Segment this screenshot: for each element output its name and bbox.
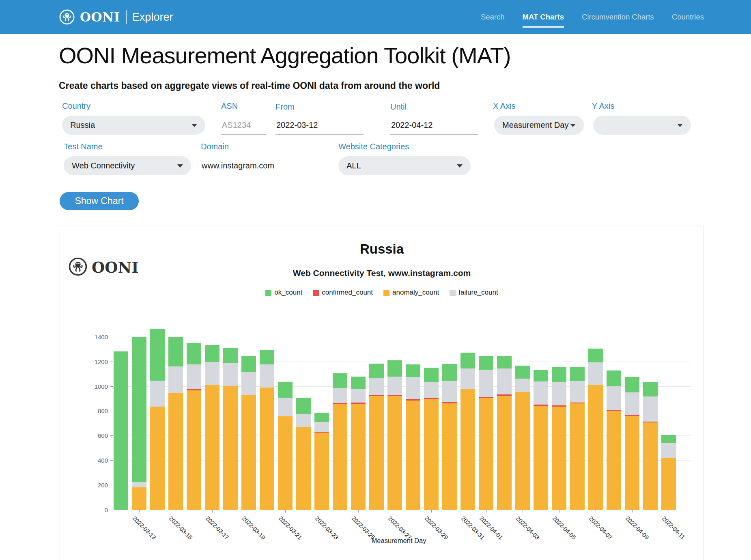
bar-segment-ok_count[interactable] [570, 367, 585, 381]
bar-segment-ok_count[interactable] [588, 349, 603, 362]
bar-segment-failure_count[interactable] [479, 370, 493, 396]
bar-2022-04-07[interactable] [588, 349, 603, 510]
bar-segment-ok_count[interactable] [625, 377, 639, 392]
bar-segment-failure_count[interactable] [570, 381, 585, 402]
bar-segment-failure_count[interactable] [442, 381, 457, 402]
bar-segment-ok_count[interactable] [132, 337, 146, 482]
bar-segment-anomaly_count[interactable] [351, 404, 366, 510]
bar-segment-ok_count[interactable] [150, 329, 165, 380]
bar-segment-failure_count[interactable] [515, 379, 530, 392]
bar-segment-failure_count[interactable] [424, 382, 439, 398]
bar-segment-anomaly_count[interactable] [424, 399, 439, 510]
bar-2022-03-28[interactable] [406, 364, 420, 510]
bar-segment-anomaly_count[interactable] [369, 396, 384, 510]
bar-segment-failure_count[interactable] [588, 362, 603, 385]
bar-2022-04-10[interactable] [643, 382, 658, 510]
bar-2022-04-03[interactable] [515, 366, 530, 510]
bar-segment-failure_count[interactable] [351, 389, 366, 403]
bar-segment-anomaly_count[interactable] [442, 403, 457, 510]
bar-segment-failure_count[interactable] [369, 378, 384, 395]
bar-segment-ok_count[interactable] [442, 364, 457, 381]
bar-2022-04-09[interactable] [625, 377, 639, 510]
website-categories-select[interactable]: ALL [338, 156, 471, 175]
bar-segment-ok_count[interactable] [187, 343, 201, 364]
bar-segment-failure_count[interactable] [333, 388, 347, 403]
bar-2022-03-31[interactable] [460, 353, 475, 510]
bar-2022-03-26[interactable] [369, 364, 384, 510]
bar-2022-03-30[interactable] [442, 364, 457, 510]
bar-segment-ok_count[interactable] [661, 435, 676, 443]
bar-2022-04-01[interactable] [479, 356, 493, 510]
bar-2022-03-12[interactable] [114, 351, 128, 510]
bar-2022-03-24[interactable] [333, 373, 347, 510]
bar-segment-failure_count[interactable] [223, 363, 238, 386]
bar-segment-anomaly_count[interactable] [132, 487, 146, 510]
nav-item-countries[interactable]: Countries [672, 13, 704, 22]
bar-segment-failure_count[interactable] [278, 398, 293, 416]
bar-2022-03-14[interactable] [150, 329, 165, 510]
bar-segment-anomaly_count[interactable] [460, 389, 475, 510]
bar-segment-failure_count[interactable] [314, 422, 329, 432]
bar-2022-03-21[interactable] [278, 382, 293, 510]
bar-segment-anomaly_count[interactable] [260, 388, 274, 510]
bar-segment-anomaly_count[interactable] [534, 406, 548, 510]
test-name-select[interactable]: Web Connectivity [64, 156, 191, 175]
bar-2022-03-20[interactable] [260, 350, 274, 510]
bar-2022-04-05[interactable] [552, 367, 566, 510]
bar-segment-ok_count[interactable] [406, 364, 420, 377]
ooni-explorer-logo[interactable]: OONI Explorer [59, 9, 173, 25]
bar-segment-ok_count[interactable] [351, 377, 366, 389]
bar-2022-03-15[interactable] [168, 337, 183, 510]
bar-segment-anomaly_count[interactable] [333, 404, 347, 510]
bar-segment-ok_count[interactable] [424, 368, 439, 383]
bar-2022-03-25[interactable] [351, 377, 366, 510]
bar-2022-03-19[interactable] [241, 356, 256, 510]
bar-segment-failure_count[interactable] [552, 382, 566, 405]
bar-segment-anomaly_count[interactable] [241, 395, 256, 510]
domain-input[interactable] [201, 156, 330, 175]
bar-segment-anomaly_count[interactable] [661, 458, 676, 510]
bar-segment-ok_count[interactable] [241, 356, 256, 372]
bar-segment-ok_count[interactable] [369, 364, 384, 379]
bar-segment-anomaly_count[interactable] [150, 407, 165, 510]
bar-segment-ok_count[interactable] [607, 370, 621, 386]
bar-segment-failure_count[interactable] [497, 368, 512, 394]
bar-segment-anomaly_count[interactable] [205, 385, 219, 510]
nav-item-circumvention-charts[interactable]: Circumvention Charts [582, 13, 654, 22]
bar-segment-ok_count[interactable] [333, 373, 347, 388]
bar-2022-03-23[interactable] [314, 413, 329, 510]
bar-segment-anomaly_count[interactable] [479, 398, 493, 510]
bar-2022-04-06[interactable] [570, 367, 585, 510]
bar-2022-03-17[interactable] [205, 345, 219, 510]
bar-segment-failure_count[interactable] [387, 377, 402, 395]
bar-segment-failure_count[interactable] [661, 443, 676, 458]
bar-segment-failure_count[interactable] [534, 381, 548, 405]
asn-input[interactable] [221, 116, 267, 135]
bar-segment-ok_count[interactable] [387, 360, 402, 377]
bar-segment-ok_count[interactable] [260, 350, 274, 365]
bar-segment-failure_count[interactable] [260, 364, 274, 387]
bar-segment-anomaly_count[interactable] [607, 411, 621, 510]
bar-segment-ok_count[interactable] [114, 351, 128, 510]
bar-segment-failure_count[interactable] [168, 366, 183, 393]
bar-segment-ok_count[interactable] [460, 353, 475, 368]
show-chart-button[interactable]: Show Chart [60, 192, 139, 210]
bar-2022-04-08[interactable] [607, 370, 621, 510]
bar-segment-failure_count[interactable] [643, 396, 658, 422]
y-axis-select[interactable] [593, 116, 691, 135]
bar-segment-anomaly_count[interactable] [387, 396, 402, 510]
nav-item-search[interactable]: Search [481, 13, 505, 22]
bar-segment-anomaly_count[interactable] [223, 386, 238, 510]
bar-segment-anomaly_count[interactable] [406, 401, 420, 510]
bar-segment-ok_count[interactable] [643, 382, 658, 397]
bar-segment-ok_count[interactable] [223, 348, 238, 363]
bar-segment-ok_count[interactable] [168, 337, 183, 366]
bar-segment-anomaly_count[interactable] [588, 385, 603, 510]
bar-segment-failure_count[interactable] [187, 364, 201, 388]
bar-segment-anomaly_count[interactable] [552, 407, 566, 510]
bar-2022-04-02[interactable] [497, 356, 512, 510]
bar-segment-anomaly_count[interactable] [278, 416, 293, 510]
bar-segment-ok_count[interactable] [278, 382, 293, 398]
bar-segment-failure_count[interactable] [406, 377, 420, 399]
bar-segment-anomaly_count[interactable] [570, 403, 585, 510]
